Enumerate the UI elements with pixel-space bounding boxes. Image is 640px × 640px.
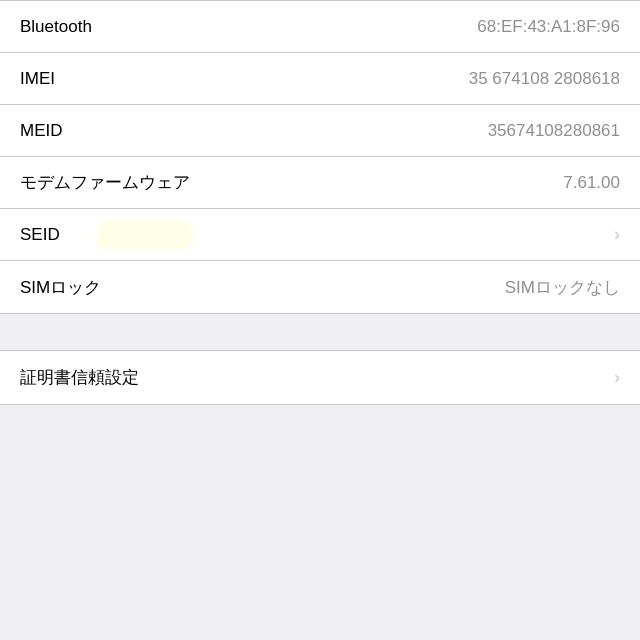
certificate-right: › [606, 367, 620, 388]
device-info-group: Bluetooth 68:EF:43:A1:8F:96 IMEI 35 6741… [0, 0, 640, 314]
certificate-chevron-icon: › [614, 367, 620, 388]
meid-value: 35674108280861 [488, 121, 620, 141]
sim-lock-right: SIMロックなし [505, 276, 620, 299]
seid-label: SEID [20, 225, 60, 245]
bluetooth-row: Bluetooth 68:EF:43:A1:8F:96 [0, 1, 640, 53]
bluetooth-right: 68:EF:43:A1:8F:96 [477, 17, 620, 37]
imei-row: IMEI 35 674108 2808618 [0, 53, 640, 105]
spacer [0, 314, 640, 350]
imei-right: 35 674108 2808618 [469, 69, 620, 89]
seid-highlight [100, 224, 190, 246]
sim-lock-value: SIMロックなし [505, 276, 620, 299]
modem-firmware-row: モデムファームウェア 7.61.00 [0, 157, 640, 209]
certificate-group: 証明書信頼設定 › [0, 350, 640, 405]
settings-screen: Bluetooth 68:EF:43:A1:8F:96 IMEI 35 6741… [0, 0, 640, 640]
sim-lock-label: SIMロック [20, 276, 101, 299]
bluetooth-label: Bluetooth [20, 17, 92, 37]
seid-chevron-icon: › [614, 224, 620, 245]
seid-right: › [606, 224, 620, 245]
bluetooth-value: 68:EF:43:A1:8F:96 [477, 17, 620, 37]
certificate-label: 証明書信頼設定 [20, 366, 139, 389]
seid-row[interactable]: SEID › [0, 209, 640, 261]
modem-firmware-value: 7.61.00 [563, 173, 620, 193]
sim-lock-row: SIMロック SIMロックなし [0, 261, 640, 313]
modem-firmware-label: モデムファームウェア [20, 171, 190, 194]
meid-right: 35674108280861 [488, 121, 620, 141]
meid-row: MEID 35674108280861 [0, 105, 640, 157]
certificate-row[interactable]: 証明書信頼設定 › [0, 351, 640, 404]
modem-firmware-right: 7.61.00 [563, 173, 620, 193]
meid-label: MEID [20, 121, 63, 141]
imei-label: IMEI [20, 69, 55, 89]
imei-value: 35 674108 2808618 [469, 69, 620, 89]
